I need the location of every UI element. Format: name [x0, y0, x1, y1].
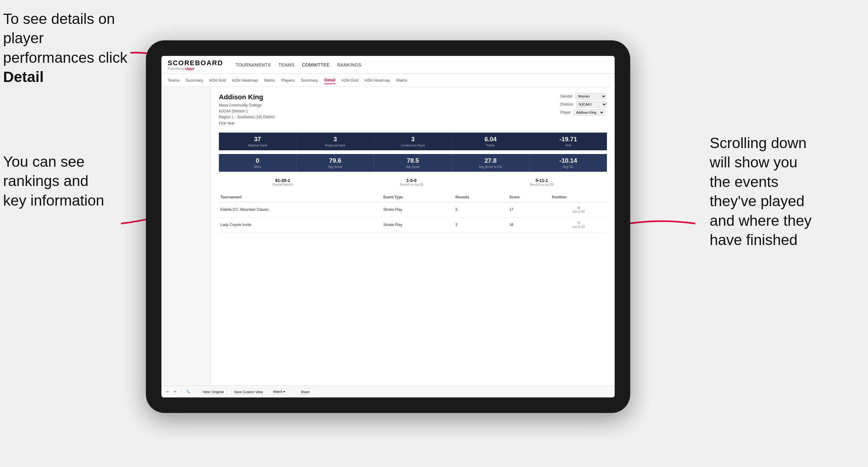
division-filter-row: Division NJCAA I NJCAA II: [560, 101, 607, 107]
row1-tournament: Estella CC- Mountain Classic: [219, 202, 382, 217]
stat-regional-rank: 3 Regional Rank: [297, 132, 374, 150]
record-overall-value: 91-20-1: [272, 178, 293, 183]
stat-avg-score-par: 27.8 Avg Score to Par: [452, 154, 530, 172]
record-top25-label: Record vs top 25: [400, 183, 424, 186]
toolbar-separator-1: [181, 390, 181, 394]
sub-nav-h2h-heatmap[interactable]: H2H Heatmap: [232, 77, 258, 84]
player-select[interactable]: Addison King: [574, 109, 604, 116]
toolbar-redo-icon[interactable]: ↪: [174, 390, 176, 394]
toolbar-watch[interactable]: Watch ▾: [270, 388, 288, 395]
division-select[interactable]: NJCAA I NJCAA II: [576, 101, 607, 107]
stat-wins-value: 0: [220, 157, 294, 164]
stat-sos-label: SoS: [531, 144, 606, 147]
toolbar-save-custom-view[interactable]: Save Custom View: [231, 389, 266, 395]
row2-event-type: Stroke Play: [382, 217, 454, 232]
record-top50: 5-11-1 Record vs top 50: [530, 178, 554, 186]
gender-filter-row: Gender Women Men: [560, 93, 607, 99]
nav-teams[interactable]: TEAMS: [278, 62, 294, 67]
stats-row-2: 0 Wins 79.6 Avg Score 78.5 Adj Score 27.…: [219, 154, 607, 172]
sub-nav-matrix[interactable]: Matrix: [264, 77, 275, 84]
col-position: Position: [550, 192, 607, 202]
row2-score: 16: [507, 217, 550, 232]
stat-conference-rank-value: 3: [376, 136, 450, 143]
annotation-bottom-line2: rankings and: [3, 173, 89, 189]
toolbar-share[interactable]: Share: [298, 389, 312, 395]
toolbar-zoom-icon[interactable]: 🔍: [186, 390, 190, 394]
record-overall: 91-20-1 Overall Record: [272, 178, 293, 186]
stat-wins-label: Wins: [220, 165, 294, 168]
record-top25: 1-5-0 Record vs top 25: [400, 178, 424, 186]
player-filters: Gender Women Men Division NJCAA I NJCAA …: [560, 93, 607, 116]
sub-nav: Teams Summary H2H Grid H2H Heatmap Matri…: [161, 74, 615, 87]
row1-event-type: Stroke Play: [382, 202, 454, 217]
player-label: Player: [560, 110, 571, 115]
annotation-right-line5: and where they: [710, 212, 811, 229]
player-filter-row: Player Addison King: [560, 109, 607, 116]
sidebar: [161, 87, 211, 386]
player-year: First Year: [219, 121, 274, 126]
toolbar-separator-2: [195, 390, 195, 394]
annotation-right-line1: Scrolling down: [710, 135, 807, 151]
stat-avg-score-value: 79.6: [298, 157, 372, 164]
stat-points-value: 6.04: [454, 136, 528, 143]
annotation-right-line6: have finished: [710, 231, 798, 248]
col-event-type: Event Type: [382, 192, 454, 202]
player-name: Addison King: [219, 93, 274, 101]
records-row: 91-20-1 Overall Record 1-5-0 Record vs t…: [219, 178, 607, 186]
sub-nav-summary2[interactable]: Summary: [301, 77, 318, 84]
stat-adj-score: 78.5 Adj Score: [374, 154, 452, 172]
col-rounds: Rounds: [454, 192, 507, 202]
stat-sos-value: -19.71: [531, 136, 606, 143]
stat-conference-rank: 3 Conference Rank: [374, 132, 452, 150]
sub-nav-h2h-grid2[interactable]: H2H Grid: [341, 77, 358, 84]
stat-avg-score-label: Avg Score: [298, 165, 372, 168]
gender-select[interactable]: Women Men: [575, 93, 606, 99]
table-header-row: Tournament Event Type Rounds Score Posit…: [219, 192, 607, 202]
toolbar-undo-icon[interactable]: ↩: [166, 390, 169, 394]
annotation-right-line4: they've played: [710, 193, 804, 209]
row2-tournament: Lady Coyote Invite: [219, 217, 382, 232]
sub-nav-players[interactable]: Players: [281, 77, 294, 84]
stat-points: 6.04 Points: [452, 132, 530, 150]
logo-area: SCOREBOARD Powered by clippd: [168, 59, 223, 70]
row2-position: 7out of 20: [550, 217, 607, 232]
annotation-right-line3: the events: [710, 174, 778, 190]
brand-name: clippd: [185, 67, 194, 70]
logo-powered: Powered by clippd: [168, 67, 223, 70]
stat-adj-score-value: 78.5: [376, 157, 450, 164]
annotation-right: Scrolling down will show you the events …: [710, 133, 859, 250]
sub-nav-summary[interactable]: Summary: [186, 77, 203, 84]
nav-committee[interactable]: COMMITTEE: [302, 62, 330, 67]
division-label: Division: [560, 102, 574, 106]
logo-scoreboard: SCOREBOARD: [168, 59, 223, 67]
sub-nav-h2h-heatmap2[interactable]: H2H Heatmap: [365, 77, 390, 84]
record-overall-label: Overall Record: [272, 183, 293, 186]
annotation-detail-bold: Detail: [3, 69, 44, 85]
annotation-top-left-text: To see details on player performances cl…: [3, 10, 127, 66]
nav-rankings[interactable]: RANKINGS: [337, 62, 361, 67]
toolbar-separator-3: [293, 390, 293, 394]
sub-nav-h2h-grid[interactable]: H2H Grid: [209, 77, 226, 84]
nav-tournaments[interactable]: TOURNAMENTS: [236, 62, 271, 67]
row1-position: 4out of 20: [550, 202, 607, 217]
player-header: Addison King Mesa Community College NJCA…: [219, 93, 607, 126]
col-tournament: Tournament: [219, 192, 382, 202]
stat-avg-sg-value: -10.14: [531, 157, 606, 164]
table-row: Estella CC- Mountain Classic Stroke Play…: [219, 202, 607, 217]
record-top50-label: Record vs top 50: [530, 183, 554, 186]
stat-national-rank: 37 National Rank: [219, 132, 297, 150]
stat-regional-rank-label: Regional Rank: [298, 144, 372, 147]
row1-score: 17: [507, 202, 550, 217]
stat-national-rank-label: National Rank: [220, 144, 294, 147]
stat-avg-score: 79.6 Avg Score: [297, 154, 374, 172]
sub-nav-detail[interactable]: Detail: [324, 76, 335, 84]
sub-nav-matrix2[interactable]: Matrix: [397, 77, 407, 84]
record-top50-value: 5-11-1: [530, 178, 554, 183]
stats-row-1: 37 National Rank 3 Regional Rank 3 Confe…: [219, 132, 607, 150]
main-content: Addison King Mesa Community College NJCA…: [211, 87, 615, 386]
stat-sos: -19.71 SoS: [530, 132, 607, 150]
stat-points-label: Points: [454, 144, 528, 147]
sub-nav-teams[interactable]: Teams: [168, 77, 180, 84]
col-score: Score: [507, 192, 550, 202]
toolbar-view-original[interactable]: View: Original: [200, 389, 227, 395]
